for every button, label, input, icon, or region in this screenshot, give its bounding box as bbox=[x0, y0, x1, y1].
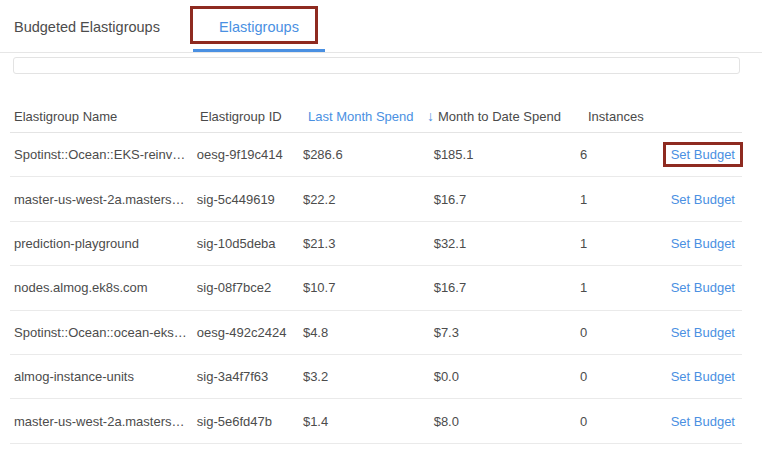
cell-last-month-spend: $3.2 bbox=[303, 369, 431, 384]
column-header-last-month-spend-label: Last Month Spend bbox=[308, 109, 414, 124]
cell-month-to-date-spend: $32.1 bbox=[431, 236, 578, 251]
column-header-elastigroup-id[interactable]: Elastigroup ID bbox=[200, 109, 308, 124]
cell-elastigroup-id: sig-3a4f7f63 bbox=[197, 369, 303, 384]
cell-last-month-spend: $21.3 bbox=[303, 236, 431, 251]
cell-elastigroup-id: sig-5c449619 bbox=[197, 192, 303, 207]
cell-last-month-spend: $1.4 bbox=[303, 414, 431, 429]
cell-elastigroup-name: nodes.almog.ek8s.com bbox=[10, 280, 197, 295]
table-row: master-us-west-2a.masters… sig-5e6fd47b … bbox=[10, 399, 742, 443]
cell-elastigroup-id: sig-5e6fd47b bbox=[197, 414, 303, 429]
cell-action: Set Budget bbox=[663, 320, 742, 345]
cell-elastigroup-id: sig-08f7bce2 bbox=[197, 280, 303, 295]
budget-elastigroups-panel: Budgeted Elastigroups Elastigroups Elast… bbox=[0, 0, 768, 457]
cell-instances: 0 bbox=[578, 369, 663, 384]
cell-action: Set Budget bbox=[663, 187, 742, 212]
cell-action: Set Budget bbox=[663, 409, 742, 434]
table-row: nodes.almog.ek8s.com sig-08f7bce2 $10.7 … bbox=[10, 266, 742, 310]
set-budget-annotation-wrap: Set Budget bbox=[663, 187, 743, 212]
column-header-last-month-spend[interactable]: Last Month Spend ↓ bbox=[308, 109, 438, 124]
cell-elastigroup-name: Spotinst::Ocean::EKS-reinv… bbox=[10, 147, 197, 162]
cell-instances: 1 bbox=[578, 236, 663, 251]
cell-last-month-spend: $22.2 bbox=[303, 192, 431, 207]
cell-month-to-date-spend: $8.0 bbox=[431, 414, 578, 429]
tab-elastigroups[interactable]: Elastigroups bbox=[193, 0, 325, 52]
cell-action: Set Budget bbox=[663, 364, 742, 389]
annotation-box-set-budget: Set Budget bbox=[663, 142, 743, 167]
set-budget-link[interactable]: Set Budget bbox=[671, 325, 735, 340]
set-budget-link[interactable]: Set Budget bbox=[671, 280, 735, 295]
table-header-row: Elastigroup Name Elastigroup ID Last Mon… bbox=[10, 100, 742, 133]
table-body: Spotinst::Ocean::EKS-reinv… oesg-9f19c41… bbox=[10, 133, 742, 444]
cell-month-to-date-spend: $0.0 bbox=[431, 369, 578, 384]
set-budget-annotation-wrap: Set Budget bbox=[663, 275, 743, 300]
tab-budgeted-elastigroups[interactable]: Budgeted Elastigroups bbox=[14, 0, 160, 52]
tabbar-divider bbox=[0, 52, 762, 53]
set-budget-annotation-wrap: Set Budget bbox=[663, 320, 743, 345]
cell-action: Set Budget bbox=[663, 275, 742, 300]
cell-action: Set Budget bbox=[663, 142, 742, 167]
cell-instances: 0 bbox=[578, 414, 663, 429]
cell-month-to-date-spend: $185.1 bbox=[431, 147, 578, 162]
cell-elastigroup-name: master-us-west-2a.masters… bbox=[10, 192, 197, 207]
cell-instances: 0 bbox=[578, 325, 663, 340]
cell-instances: 1 bbox=[578, 192, 663, 207]
column-header-instances[interactable]: Instances bbox=[588, 109, 674, 124]
set-budget-link[interactable]: Set Budget bbox=[671, 192, 735, 207]
cell-last-month-spend: $4.8 bbox=[303, 325, 431, 340]
cell-elastigroup-name: almog-instance-units bbox=[10, 369, 197, 384]
set-budget-annotation-wrap: Set Budget bbox=[663, 364, 743, 389]
cell-month-to-date-spend: $7.3 bbox=[431, 325, 578, 340]
table-row: master-us-west-2a.masters… sig-5c449619 … bbox=[10, 177, 742, 221]
table-row: prediction-playground sig-10d5deba $21.3… bbox=[10, 222, 742, 266]
column-header-elastigroup-name[interactable]: Elastigroup Name bbox=[10, 109, 200, 124]
cell-elastigroup-id: sig-10d5deba bbox=[197, 236, 303, 251]
cell-elastigroup-id: oesg-9f19c414 bbox=[197, 147, 303, 162]
column-header-month-to-date-spend[interactable]: Month to Date Spend bbox=[438, 109, 588, 124]
table-row: Spotinst::Ocean::EKS-reinv… oesg-9f19c41… bbox=[10, 133, 742, 177]
sort-desc-icon: ↓ bbox=[427, 109, 434, 123]
cell-instances: 6 bbox=[578, 147, 663, 162]
cell-elastigroup-name: Spotinst::Ocean::ocean-eks… bbox=[10, 325, 197, 340]
set-budget-link[interactable]: Set Budget bbox=[671, 369, 735, 384]
filter-input[interactable] bbox=[13, 57, 740, 74]
cell-elastigroup-name: prediction-playground bbox=[10, 236, 197, 251]
table-row: Spotinst::Ocean::ocean-eks… oesg-492c242… bbox=[10, 311, 742, 355]
cell-instances: 1 bbox=[578, 280, 663, 295]
cell-elastigroup-name: master-us-west-2a.masters… bbox=[10, 414, 197, 429]
set-budget-link[interactable]: Set Budget bbox=[671, 236, 735, 251]
table-row: almog-instance-units sig-3a4f7f63 $3.2 $… bbox=[10, 355, 742, 399]
cell-last-month-spend: $286.6 bbox=[303, 147, 431, 162]
cell-action: Set Budget bbox=[663, 231, 742, 256]
cell-last-month-spend: $10.7 bbox=[303, 280, 431, 295]
cell-month-to-date-spend: $16.7 bbox=[431, 280, 578, 295]
set-budget-link[interactable]: Set Budget bbox=[671, 147, 735, 162]
cell-elastigroup-id: oesg-492c2424 bbox=[197, 325, 303, 340]
cell-month-to-date-spend: $16.7 bbox=[431, 192, 578, 207]
set-budget-link[interactable]: Set Budget bbox=[671, 414, 735, 429]
set-budget-annotation-wrap: Set Budget bbox=[663, 231, 743, 256]
set-budget-annotation-wrap: Set Budget bbox=[663, 409, 743, 434]
